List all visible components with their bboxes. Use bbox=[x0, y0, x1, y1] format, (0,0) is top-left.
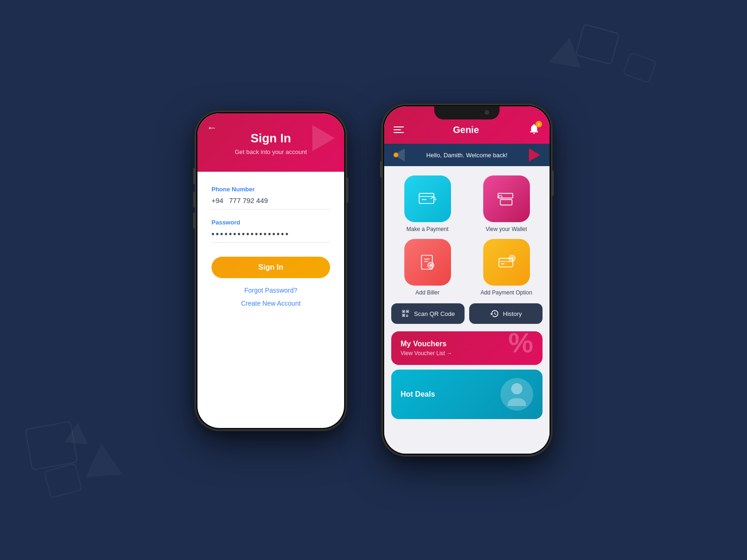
voucher-title: My Vouchers bbox=[401, 340, 452, 348]
vol-down-button bbox=[193, 212, 196, 229]
bg-triangle-1 bbox=[549, 35, 585, 68]
signin-header: ← Sign In Get back into your account bbox=[197, 113, 344, 172]
addpayment-icon-box bbox=[483, 239, 530, 286]
payment-label: Make a Payment bbox=[406, 226, 448, 232]
biller-icon-box bbox=[404, 239, 451, 286]
deals-card[interactable]: Hot Deals bbox=[391, 370, 543, 419]
signin-button[interactable]: Sign In bbox=[211, 257, 330, 278]
phone-number-value: 777 792 449 bbox=[229, 196, 268, 204]
dashboard-content: Make a Payment View your Wallet bbox=[384, 166, 550, 454]
back-button[interactable]: ← bbox=[207, 122, 217, 134]
forgot-password-link[interactable]: Forgot Password? bbox=[211, 287, 330, 294]
phone-notch bbox=[434, 106, 500, 119]
payment-icon-box bbox=[404, 175, 451, 222]
banner-triangle-right bbox=[529, 148, 540, 161]
svg-point-9 bbox=[511, 383, 522, 394]
add-payment-option-item[interactable]: Add Payment Option bbox=[470, 239, 543, 296]
svg-point-1 bbox=[435, 199, 436, 200]
notification-button[interactable]: 1 bbox=[528, 123, 540, 137]
scan-qr-button[interactable]: Scan QR Code bbox=[391, 303, 465, 324]
deals-image bbox=[500, 378, 533, 411]
create-account-link[interactable]: Create New Account bbox=[211, 300, 330, 307]
signin-form: Phone Number +94 777 792 449 Password ••… bbox=[197, 172, 344, 321]
banner-dot bbox=[394, 153, 398, 157]
scan-qr-label: Scan QR Code bbox=[414, 310, 455, 317]
header-triangle-decoration bbox=[312, 125, 335, 151]
history-label: History bbox=[503, 310, 521, 317]
addpayment-label: Add Payment Option bbox=[480, 289, 532, 296]
menu-button[interactable] bbox=[394, 126, 404, 133]
phone-field-row: +94 777 792 449 bbox=[211, 196, 330, 210]
actions-grid: Make a Payment View your Wallet bbox=[391, 175, 543, 296]
vouchers-card[interactable]: My Vouchers View Voucher List → % bbox=[391, 331, 543, 365]
bg-triangle-3 bbox=[83, 442, 123, 478]
make-payment-item[interactable]: Make a Payment bbox=[391, 175, 464, 232]
camera-dot bbox=[485, 110, 489, 115]
dashboard-screen: Genie 1 Hello, Damith. Welcome back! bbox=[384, 106, 550, 454]
wallet-icon-box bbox=[483, 175, 530, 222]
biller-label: Add Biller bbox=[416, 289, 439, 296]
password-dots: •••••••••••••••••• bbox=[211, 230, 330, 243]
deals-title: Hot Deals bbox=[401, 390, 435, 399]
voucher-text-block: My Vouchers View Voucher List → bbox=[401, 340, 452, 357]
deals-text-block: Hot Deals bbox=[401, 390, 435, 399]
voucher-link[interactable]: View Voucher List → bbox=[401, 350, 452, 357]
bg-triangle-2 bbox=[64, 421, 90, 444]
bg-decoration-4 bbox=[43, 463, 82, 498]
phone-field-label: Phone Number bbox=[211, 186, 330, 193]
vol-up-button bbox=[193, 191, 196, 208]
dashboard-phone: Genie 1 Hello, Damith. Welcome back! bbox=[383, 105, 551, 455]
history-button[interactable]: History bbox=[469, 303, 543, 324]
view-wallet-item[interactable]: View your Wallet bbox=[470, 175, 543, 232]
history-icon bbox=[490, 309, 499, 318]
qr-icon bbox=[401, 309, 410, 318]
welcome-text: Hello, Damith. Welcome back! bbox=[426, 152, 507, 159]
action-buttons-row: Scan QR Code History bbox=[391, 303, 543, 324]
signin-screen: ← Sign In Get back into your account Pho… bbox=[197, 113, 344, 428]
svg-rect-3 bbox=[500, 200, 512, 205]
voucher-percent-symbol: % bbox=[508, 331, 533, 357]
password-field-label: Password bbox=[211, 219, 330, 226]
bg-decoration-2 bbox=[622, 52, 656, 84]
add-biller-item[interactable]: Add Biller bbox=[391, 239, 464, 296]
phones-container: ← Sign In Get back into your account Pho… bbox=[196, 105, 551, 455]
country-code: +94 bbox=[211, 196, 223, 204]
signin-phone: ← Sign In Get back into your account Pho… bbox=[196, 112, 345, 429]
app-title: Genie bbox=[453, 125, 479, 135]
wallet-label: View your Wallet bbox=[486, 226, 527, 232]
notification-badge: 1 bbox=[536, 121, 542, 127]
welcome-banner: Hello, Damith. Welcome back! bbox=[384, 144, 550, 166]
